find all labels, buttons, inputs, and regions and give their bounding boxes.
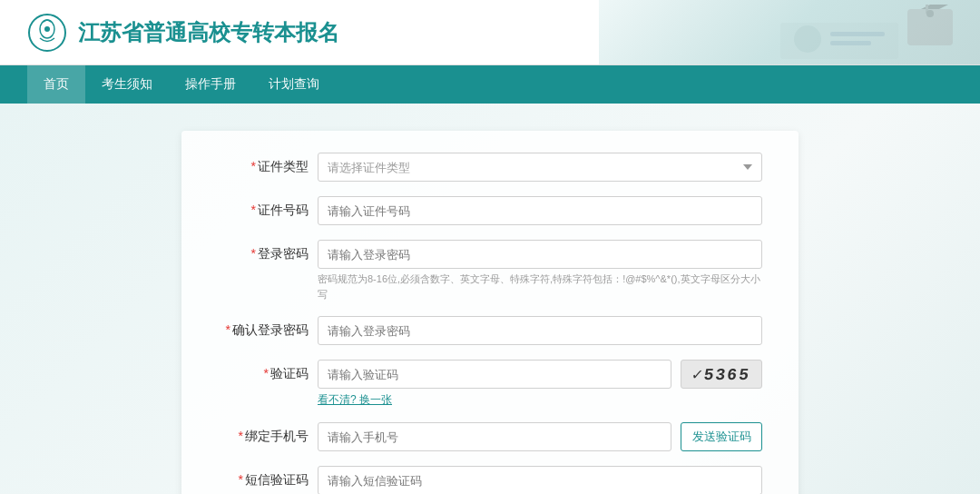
svg-point-2 bbox=[44, 26, 50, 32]
registration-form: *证件类型 请选择证件类型 *证件号码 *登录密码 密码 bbox=[181, 131, 799, 494]
sms-code-row: *短信验证码 bbox=[218, 466, 762, 494]
main-content: *证件类型 请选择证件类型 *证件号码 *登录密码 密码 bbox=[0, 104, 980, 494]
captcha-image[interactable]: ✓5365 bbox=[681, 360, 762, 389]
svg-rect-10 bbox=[830, 41, 871, 45]
sms-code-input[interactable] bbox=[318, 466, 762, 494]
navigation: 首页 考生须知 操作手册 计划查询 bbox=[0, 65, 980, 104]
password-row: *登录密码 密码规范为8-16位,必须含数字、英文字母、特殊字符,特殊字符包括：… bbox=[218, 240, 762, 301]
nav-item-manual[interactable]: 操作手册 bbox=[169, 65, 252, 104]
logo-icon bbox=[27, 13, 67, 53]
captcha-field: ✓5365 看不清? 换一张 bbox=[318, 360, 762, 408]
send-sms-button[interactable]: 发送验证码 bbox=[681, 422, 762, 451]
phone-row: *绑定手机号 发送验证码 bbox=[218, 422, 762, 451]
cert-number-input[interactable] bbox=[318, 196, 762, 225]
confirm-password-row: *确认登录密码 bbox=[218, 316, 762, 345]
header: 江苏省普通高校专转本报名 bbox=[0, 0, 980, 65]
svg-point-6 bbox=[926, 10, 934, 17]
cert-type-label: *证件类型 bbox=[218, 153, 318, 175]
logo-area: 江苏省普通高校专转本报名 bbox=[27, 13, 339, 53]
nav-item-plan[interactable]: 计划查询 bbox=[252, 65, 336, 104]
sms-code-label: *短信验证码 bbox=[218, 466, 318, 489]
confirm-password-label: *确认登录密码 bbox=[218, 316, 318, 339]
cert-type-select[interactable]: 请选择证件类型 bbox=[318, 153, 762, 182]
phone-label: *绑定手机号 bbox=[218, 422, 318, 445]
confirm-password-field bbox=[318, 316, 762, 345]
captcha-refresh-link[interactable]: 看不清? 换一张 bbox=[318, 393, 392, 406]
password-input[interactable] bbox=[318, 240, 762, 269]
svg-marker-4 bbox=[921, 5, 948, 9]
cert-number-field bbox=[318, 196, 762, 225]
password-label: *登录密码 bbox=[218, 240, 318, 262]
password-field: 密码规范为8-16位,必须含数字、英文字母、特殊字符,特殊字符包括：!@#$%^… bbox=[318, 240, 762, 301]
nav-item-home[interactable]: 首页 bbox=[27, 65, 85, 104]
svg-point-8 bbox=[794, 25, 821, 53]
captcha-input[interactable] bbox=[318, 360, 671, 389]
captcha-refresh-hint: 看不清? 换一张 bbox=[318, 392, 762, 408]
captcha-row: *验证码 ✓5365 看不清? 换一张 bbox=[218, 360, 762, 408]
captcha-value: ✓5365 bbox=[691, 364, 751, 384]
cert-type-row: *证件类型 请选择证件类型 bbox=[218, 153, 762, 182]
password-hint: 密码规范为8-16位,必须含数字、英文字母、特殊字符,特殊字符包括：!@#$%^… bbox=[318, 272, 762, 301]
phone-field: 发送验证码 bbox=[318, 422, 762, 451]
confirm-password-input[interactable] bbox=[318, 316, 762, 345]
phone-input[interactable] bbox=[318, 422, 671, 451]
sms-code-field bbox=[318, 466, 762, 494]
cert-number-label: *证件号码 bbox=[218, 196, 318, 219]
nav-item-notice[interactable]: 考生须知 bbox=[85, 65, 169, 104]
captcha-label: *验证码 bbox=[218, 360, 318, 382]
svg-rect-9 bbox=[830, 32, 885, 36]
cert-type-field: 请选择证件类型 bbox=[318, 153, 762, 182]
cert-number-row: *证件号码 bbox=[218, 196, 762, 225]
site-title: 江苏省普通高校专转本报名 bbox=[78, 18, 339, 47]
header-decoration bbox=[780, 5, 962, 65]
